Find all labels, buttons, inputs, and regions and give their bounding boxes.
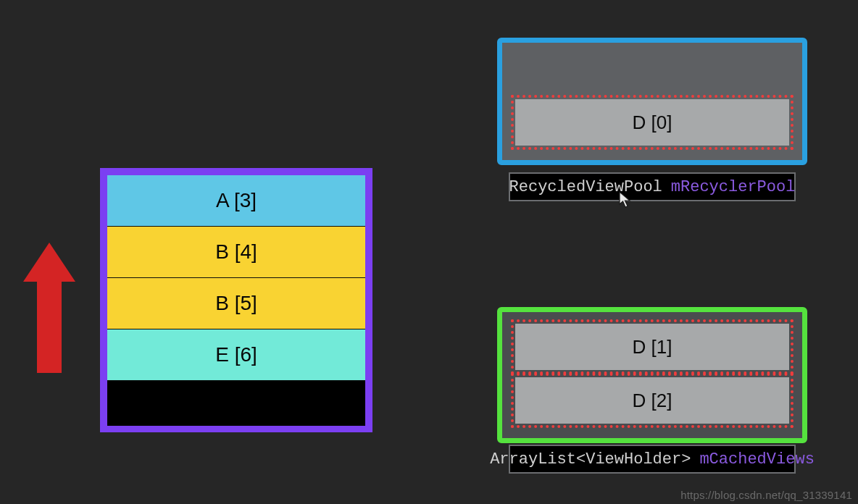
- recycled-view-pool-box: D [0]: [497, 38, 807, 165]
- caption-type: ArrayList<ViewHolder>: [490, 450, 691, 469]
- cached-item: D [1]: [515, 324, 789, 370]
- list-item: B [4]: [107, 227, 365, 278]
- list-item: B [5]: [107, 278, 365, 329]
- recyclerview-viewport: A [3] B [4] B [5] E [6]: [100, 168, 372, 432]
- cached-item: D [2]: [515, 377, 789, 424]
- pool-item: D [0]: [515, 99, 789, 146]
- caption-type: RecycledViewPool: [509, 178, 662, 196]
- caption-variable: mCachedViews: [699, 450, 814, 469]
- list-item: A [3]: [107, 175, 365, 227]
- list-item-empty: [107, 381, 365, 426]
- list-item: E [6]: [107, 329, 365, 381]
- cached-views-caption: ArrayList<ViewHolder> mCachedViews: [509, 445, 796, 474]
- scroll-up-arrow: [23, 243, 75, 373]
- recycled-view-pool-caption: RecycledViewPool mRecyclerPool: [509, 172, 796, 201]
- watermark-text: https://blog.csdn.net/qq_31339141: [680, 489, 852, 501]
- cached-views-box: D [1] D [2]: [497, 307, 807, 443]
- caption-variable: mRecyclerPool: [671, 178, 796, 196]
